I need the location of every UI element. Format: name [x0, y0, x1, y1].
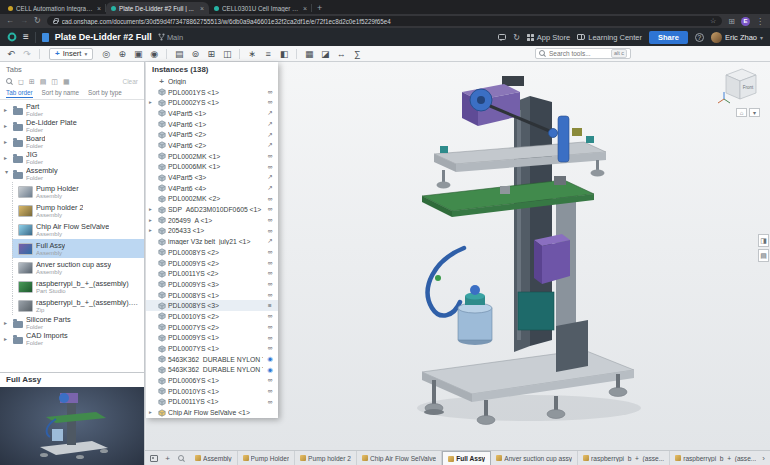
group-icon[interactable]: ▣	[131, 47, 145, 60]
mate-icon[interactable]	[265, 196, 275, 203]
browser-menu-icon[interactable]: ⋮	[756, 17, 764, 26]
browser-tab[interactable]: CELL Automation Integration ... ×	[3, 2, 106, 14]
chevron-icon[interactable]: ▸	[4, 123, 10, 129]
pattern-icon[interactable]: ◫	[220, 47, 234, 60]
mate-icon[interactable]	[265, 260, 275, 267]
mate-icon[interactable]	[265, 217, 275, 224]
instance-row[interactable]: ▸ PDL0001YS <1>	[146, 87, 278, 98]
document-tab[interactable]: Pump Holder	[238, 451, 295, 465]
instance-row[interactable]: ▸ V4Part5 <3>	[146, 172, 278, 183]
mate-icon[interactable]	[265, 345, 275, 352]
chevron-icon[interactable]: ▸	[4, 139, 10, 145]
mate-icon[interactable]	[265, 281, 275, 288]
bookmark-star-icon[interactable]: ☆	[710, 17, 716, 25]
close-tab-icon[interactable]: ×	[303, 5, 307, 12]
instance-row[interactable]: ▸ PDL0008YS <1>	[146, 290, 278, 301]
mate-icon[interactable]	[265, 377, 275, 384]
instance-row[interactable]: ▸ Origin	[146, 76, 278, 87]
browser-profile-avatar[interactable]: E	[741, 17, 750, 26]
app-store-link[interactable]: App Store	[527, 33, 570, 42]
document-tab[interactable]: Pump holder 2	[295, 451, 357, 465]
address-bar[interactable]: cad.onshape.com/documents/30d59d4f734788…	[47, 16, 723, 26]
sidebar-item[interactable]: ▸ raspberrypi_b_+_(assembly).zip Zip	[12, 296, 144, 315]
linked-document-icon[interactable]	[265, 356, 275, 363]
close-tab-icon[interactable]: ×	[97, 5, 101, 12]
right-panel-toggle-icon[interactable]: ◨	[758, 234, 769, 247]
chevron-icon[interactable]: ▸	[4, 336, 10, 342]
share-button[interactable]: Share	[649, 31, 688, 44]
mate-icon[interactable]	[265, 89, 275, 96]
document-tab[interactable]: raspberrypi_b_+_(asse...	[578, 451, 670, 465]
mass-properties-icon[interactable]: ∑	[350, 47, 364, 60]
instance-row[interactable]: ▸ Chip Air Flow SelValve <1>	[146, 407, 278, 418]
filter-blob-icon[interactable]: ◫	[51, 78, 58, 85]
learning-center-link[interactable]: Learning Center	[577, 33, 642, 42]
main-menu-icon[interactable]: ≡	[23, 32, 29, 42]
linear-pattern-icon[interactable]: ▤	[172, 47, 186, 60]
mate-connector-icon[interactable]: ◉	[147, 47, 161, 60]
named-positions-icon[interactable]: ≡	[261, 47, 275, 60]
instance-row[interactable]: ▸ V4Part5 <1>	[146, 108, 278, 119]
mate-icon[interactable]	[265, 335, 275, 342]
instance-row[interactable]: ▸ PDL0002YS <1>	[146, 97, 278, 108]
sort-option[interactable]: Sort by name	[42, 89, 79, 98]
search-tools-input[interactable]	[549, 50, 608, 57]
measure-icon[interactable]: ↔	[334, 47, 348, 60]
filter-folder-icon[interactable]: ▦	[63, 78, 70, 85]
sidebar-item[interactable]: ▸ JIG Folder	[0, 150, 144, 166]
view-menu-caret-icon[interactable]: ▾	[749, 108, 760, 117]
sidebar-item[interactable]: ▸ Part Folder	[0, 102, 144, 118]
instance-row[interactable]: ▸ V4Part6 <4>	[146, 183, 278, 194]
browser-tab[interactable]: Plate De-Lidder #2 Full | ... ×	[106, 2, 209, 14]
sidebar-item[interactable]: ▸ Pump Holder Assembly	[12, 182, 144, 201]
sidebar-item[interactable]: ▸ Anver suction cup assy Assembly	[12, 258, 144, 277]
mate-icon[interactable]	[265, 292, 275, 299]
instance-row[interactable]: ▸ PDL0009YS <3>	[146, 279, 278, 290]
sidebar-item[interactable]: ▸ raspberrypi_b_+_(assembly) Part Studio	[12, 277, 144, 296]
add-tab-icon[interactable]: +	[162, 453, 173, 464]
mate-icon[interactable]: ◎	[99, 47, 113, 60]
replicate-icon[interactable]: ⊞	[204, 47, 218, 60]
instance-row[interactable]: ▸ V4Part5 <2>	[146, 129, 278, 140]
expand-chevron-icon[interactable]: ▸	[149, 100, 155, 106]
instance-row[interactable]: ▸ 5463K362_DURABLE NYLON TIL...	[146, 354, 278, 365]
chevron-icon[interactable]: ▸	[4, 320, 10, 326]
instance-row[interactable]: ▸ PDL0011YS <2>	[146, 268, 278, 279]
chevron-icon[interactable]: ▸	[4, 171, 10, 177]
extensions-icon[interactable]: ⊞	[728, 17, 735, 26]
browser-tab[interactable]: CELL0301U Cell Imager | CELL03... ×	[209, 2, 312, 14]
mate-icon[interactable]	[265, 99, 275, 106]
new-tab-button[interactable]: +	[317, 3, 322, 13]
in-context-icon[interactable]	[265, 121, 275, 128]
assembly-3d-model[interactable]	[404, 70, 674, 430]
expand-chevron-icon[interactable]: ▸	[149, 410, 155, 416]
instance-row[interactable]: ▸ PDL0010YS <2>	[146, 311, 278, 322]
redo-icon[interactable]: ↷	[20, 47, 34, 60]
view-cube[interactable]: Front	[714, 65, 764, 107]
sidebar-item[interactable]: ▸ Board Folder	[0, 134, 144, 150]
instance-row[interactable]: ▸ 205499_A <1>	[146, 215, 278, 226]
help-icon[interactable]: ?	[695, 33, 704, 42]
sidebar-item[interactable]: ▸ Silicone Parts Folder	[0, 315, 144, 331]
instance-row[interactable]: ▸ PDL0010YS <1>	[146, 386, 278, 397]
onshape-logo-icon[interactable]	[7, 32, 17, 42]
circular-pattern-icon[interactable]: ⊚	[188, 47, 202, 60]
undo-icon[interactable]: ↶	[4, 47, 18, 60]
mate-icon[interactable]	[265, 249, 275, 256]
user-menu[interactable]: Eric Zhao ▾	[711, 32, 763, 43]
document-tab[interactable]: Anver suction cup assy	[491, 451, 578, 465]
view-cube-front-label[interactable]: Front	[743, 85, 754, 90]
insert-button[interactable]: + Insert ▾	[49, 48, 93, 60]
instance-row[interactable]: ▸ PDL0007YS <2>	[146, 322, 278, 333]
bom-panel-icon[interactable]: ▤	[758, 249, 769, 262]
in-context-icon[interactable]	[265, 238, 275, 245]
clear-filters-button[interactable]: Clear	[122, 78, 138, 85]
mate-icon[interactable]	[265, 153, 275, 160]
section-view-icon[interactable]: ◪	[318, 47, 332, 60]
mate-icon[interactable]	[265, 228, 275, 235]
expand-chevron-icon[interactable]: ▸	[149, 228, 155, 234]
search-tools-box[interactable]: alt c	[535, 48, 631, 59]
toolbar-separator[interactable]	[296, 49, 297, 59]
mate-icon[interactable]	[265, 164, 275, 171]
sidebar-item[interactable]: ▸ Chip Air Flow SelValve Assembly	[12, 220, 144, 239]
